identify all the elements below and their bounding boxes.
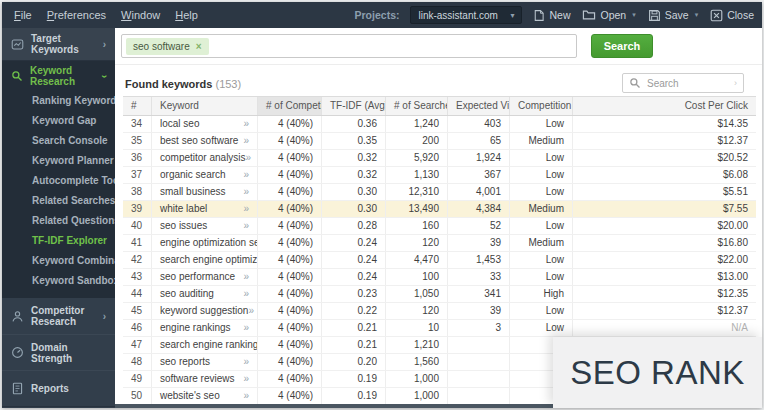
cell-: 39 xyxy=(123,201,151,217)
cell-keyword[interactable]: organic search» xyxy=(151,167,257,183)
sidebar-item-keyword-sandbox[interactable]: Keyword Sandbox xyxy=(2,271,115,291)
table-row[interactable]: 44seo auditing»4 (40%)0.231,050341High$1… xyxy=(123,286,756,303)
save-icon xyxy=(648,9,661,22)
cell-keyword[interactable]: search engine rankings» xyxy=(151,337,257,353)
cell-keyword[interactable]: seo performance» xyxy=(151,269,257,285)
table-row[interactable]: 45keyword suggestion»4 (40%)0.2212039Low… xyxy=(123,303,756,320)
sidebar-item-keyword-gap[interactable]: Keyword Gap xyxy=(2,111,115,131)
menu-item-preferences[interactable]: Preferences xyxy=(47,9,106,21)
menu-item-window[interactable]: Window xyxy=(121,9,160,21)
cell-keyword[interactable]: search engine optimization seo» xyxy=(151,252,257,268)
chevron-down-icon[interactable]: ▾ xyxy=(695,11,699,19)
column-header-keyword[interactable]: Keyword xyxy=(151,97,257,115)
table-row[interactable]: 38small business»4 (40%)0.3012,3104,001L… xyxy=(123,184,756,201)
table-row[interactable]: 41engine optimization seo»4 (40%)0.24120… xyxy=(123,235,756,252)
table-filter-input[interactable]: Search › xyxy=(622,73,744,93)
cell-keyword[interactable]: competitor analysis» xyxy=(151,150,257,166)
menu-item-file[interactable]: File xyxy=(14,9,32,21)
table-row[interactable]: 34local seo»4 (40%)0.361,240403Low$14.35 xyxy=(123,116,756,133)
remove-tag-icon[interactable]: × xyxy=(196,41,202,52)
cell-expected-visits xyxy=(447,354,509,370)
expand-icon[interactable]: » xyxy=(243,167,249,183)
sidebar-item-domain-strength[interactable]: Domain Strength xyxy=(2,334,115,371)
project-select-value: link-assistant.com xyxy=(418,10,497,21)
menu-item-help[interactable]: Help xyxy=(175,9,198,21)
cell-expected-visits: 52 xyxy=(447,218,509,234)
cell-cost-per-click: $7.55 xyxy=(572,201,756,217)
table-row[interactable]: 35best seo software»4 (40%)0.3520065Medi… xyxy=(123,133,756,150)
cell-keyword[interactable]: keyword suggestion» xyxy=(151,303,257,319)
cell-keyword[interactable]: seo reports» xyxy=(151,354,257,370)
column-header-competition[interactable]: Competition xyxy=(509,97,572,115)
cell-keyword[interactable]: seo issues» xyxy=(151,218,257,234)
cell-tf-idf-avg: 0.19 xyxy=(321,371,385,387)
cell-keyword[interactable]: software reviews» xyxy=(151,371,257,387)
table-row[interactable]: 39white label»4 (40%)0.3013,4904,384Medi… xyxy=(123,201,756,218)
person-icon xyxy=(11,310,24,323)
sidebar-item-target-keywords[interactable]: Target Keywords › xyxy=(2,28,115,61)
cell-keyword[interactable]: small business» xyxy=(151,184,257,200)
sidebar-item-keyword-combinations[interactable]: Keyword Combinations xyxy=(2,251,115,271)
new-button[interactable]: New xyxy=(533,9,570,22)
cell-expected-visits: 341 xyxy=(447,286,509,302)
expand-icon[interactable]: » xyxy=(243,201,249,217)
expand-icon[interactable]: » xyxy=(243,133,249,149)
sidebar-item-search-console[interactable]: Search Console xyxy=(2,131,115,151)
cell-of-competitors: 4 (40%) xyxy=(257,371,321,387)
sidebar-item-ranking-keywords[interactable]: Ranking Keywords xyxy=(2,91,115,111)
found-keywords-title: Found keywords (153) xyxy=(125,78,241,90)
column-header-of-competitors[interactable]: # of Competitors▾ xyxy=(257,97,321,115)
column-header-expected-visits[interactable]: Expected Visits xyxy=(447,97,509,115)
expand-icon[interactable]: » xyxy=(243,371,249,387)
cell-keyword[interactable]: engine optimization seo» xyxy=(151,235,257,251)
expand-icon[interactable]: » xyxy=(246,150,252,166)
table-row[interactable]: 43seo performance»4 (40%)0.2410033Low$13… xyxy=(123,269,756,286)
sidebar-item-autocomplete-tools[interactable]: Autocomplete Tools xyxy=(2,171,115,191)
expand-icon[interactable]: » xyxy=(243,269,249,285)
table-row[interactable]: 37organic search»4 (40%)0.321,130367Low$… xyxy=(123,167,756,184)
keyword-search-input[interactable]: seo software × xyxy=(121,34,577,58)
menu: FilePreferencesWindowHelp xyxy=(10,9,198,21)
keyword-text: seo issues xyxy=(160,218,207,234)
expand-icon[interactable]: » xyxy=(248,303,254,319)
chevron-down-icon[interactable]: ▾ xyxy=(632,11,636,19)
column-header-[interactable]: # xyxy=(123,97,151,115)
expand-icon[interactable]: » xyxy=(243,388,249,404)
close-button[interactable]: Close xyxy=(710,9,754,22)
cell-cost-per-click: $13.00 xyxy=(572,269,756,285)
cell-keyword[interactable]: engine rankings» xyxy=(151,320,257,336)
table-row[interactable]: 42search engine optimization seo»4 (40%)… xyxy=(123,252,756,269)
project-select[interactable]: link-assistant.com ▾ xyxy=(410,6,522,24)
open-button[interactable]: Open▾ xyxy=(582,9,635,21)
expand-icon[interactable]: » xyxy=(243,116,249,132)
cell-keyword[interactable]: white label» xyxy=(151,201,257,217)
sidebar-item-tf-idf-explorer[interactable]: TF-IDF Explorer xyxy=(2,231,115,251)
table-row[interactable]: 36competitor analysis»4 (40%)0.325,9201,… xyxy=(123,150,756,167)
sidebar-item-related-searches[interactable]: Related Searches xyxy=(2,191,115,211)
sidebar-item-competitor-research[interactable]: Competitor Research› xyxy=(2,298,115,335)
cell-keyword[interactable]: best seo software» xyxy=(151,133,257,149)
table-row[interactable]: 46engine rankings»4 (40%)0.21103LowN/A xyxy=(123,320,756,337)
expand-icon[interactable]: » xyxy=(243,218,249,234)
column-header-cost-per-click[interactable]: Cost Per Click xyxy=(572,97,756,115)
expand-icon[interactable]: » xyxy=(243,286,249,302)
column-header-of-searches[interactable]: # of Searches xyxy=(385,97,447,115)
sidebar-bottom-items: Competitor Research›Domain StrengthRepor… xyxy=(2,298,115,407)
cell-expected-visits xyxy=(447,337,509,353)
sidebar-item-keyword-planner[interactable]: Keyword Planner xyxy=(2,151,115,171)
column-header-tf-idf-avg[interactable]: TF-IDF (Avg) xyxy=(321,97,385,115)
expand-icon[interactable]: » xyxy=(243,184,249,200)
keyword-text: engine rankings xyxy=(160,320,231,336)
sidebar-item-related-questions[interactable]: Related Questions xyxy=(2,211,115,231)
expand-icon[interactable]: » xyxy=(243,354,249,370)
expand-icon[interactable]: » xyxy=(243,320,249,336)
table-row[interactable]: 40seo issues»4 (40%)0.2816052Low$20.00 xyxy=(123,218,756,235)
save-button[interactable]: Save▾ xyxy=(648,9,698,22)
keyword-tag: seo software × xyxy=(126,38,209,55)
sidebar-item-reports[interactable]: Reports xyxy=(2,370,115,407)
cell-keyword[interactable]: seo auditing» xyxy=(151,286,257,302)
sidebar-item-keyword-research[interactable]: Keyword Research › xyxy=(2,61,115,91)
cell-keyword[interactable]: local seo» xyxy=(151,116,257,132)
search-button[interactable]: Search xyxy=(591,34,653,58)
cell-keyword[interactable]: website's seo» xyxy=(151,388,257,404)
